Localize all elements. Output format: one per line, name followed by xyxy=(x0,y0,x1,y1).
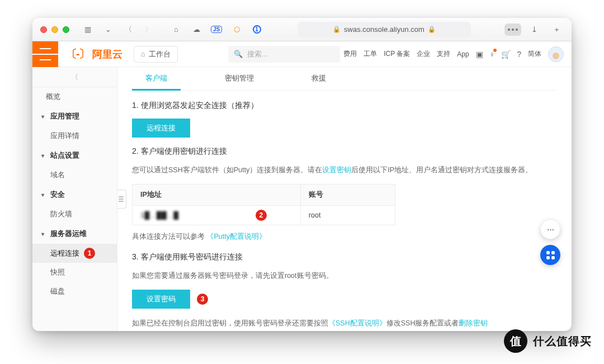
ip-masked-value: 1█ . ██ . █ xyxy=(140,211,179,219)
chevron-down-icon[interactable]: ⌄ xyxy=(101,22,115,37)
new-tab-icon[interactable]: ＋ xyxy=(549,22,564,37)
section-2-title: 2. 客户端使用密钥进行连接 xyxy=(132,146,557,157)
nav-back-icon[interactable]: 〈 xyxy=(121,22,135,37)
window-close-button[interactable] xyxy=(40,26,47,33)
connection-info-table: IP地址 账号 1█ . ██ . █ 2 root xyxy=(132,184,395,225)
caret-down-icon: ▾ xyxy=(41,231,47,237)
address-bar-url: swas.console.aliyun.com xyxy=(344,25,424,34)
monitor-icon[interactable]: ▣ xyxy=(476,50,483,59)
address-bar[interactable]: 🔒 swas.console.aliyun.com 🔒 xyxy=(298,22,471,37)
section-2-footnote: 具体连接方法可以参考 《Putty配置说明》 xyxy=(132,231,557,243)
caret-down-icon: ▾ xyxy=(41,153,47,159)
brand-watermark: 值 什么值得买 xyxy=(504,329,592,353)
sidebar-item-label: 防火墙 xyxy=(50,209,72,219)
sidebar-item-label: 概览 xyxy=(46,92,60,102)
lock-icon-2: 🔒 xyxy=(428,26,436,33)
search-placeholder: 搜索... xyxy=(247,49,268,59)
sidebar-item-disk[interactable]: 磁盘 xyxy=(32,282,117,301)
brand-circle-icon: 值 xyxy=(504,329,527,353)
help-icon[interactable]: ? xyxy=(517,50,521,59)
content-wrap: 客户端 密钥管理 救援 1. 使用浏览器发起安全连接（推荐） 远程连接 2. 客… xyxy=(117,67,572,331)
window-traffic-lights xyxy=(40,26,69,33)
logo-glyph-icon: 〔-〕 xyxy=(66,46,89,62)
sidebar-group-site[interactable]: ▾ 站点设置 xyxy=(32,145,117,166)
callout-badge-1: 1 xyxy=(84,248,95,259)
nav-forward-icon[interactable]: 〉 xyxy=(141,22,155,37)
avatar[interactable] xyxy=(548,46,564,62)
app-header: 〔-〕 阿里云 ⌂ 工作台 🔍 搜索... 费用 工单 ICP 备案 企业 支持… xyxy=(32,41,572,67)
sidebar-item-label: 快照 xyxy=(50,267,65,277)
sidebar-group-ops[interactable]: ▾ 服务器运维 xyxy=(32,224,117,244)
lock-icon: 🔒 xyxy=(333,26,341,33)
chat-icon: ⋯ xyxy=(547,225,554,234)
ssh-doc-link[interactable]: 《SSH配置说明》 xyxy=(328,319,386,327)
home-icon[interactable]: ⌂ xyxy=(169,22,183,37)
search-icon: 🔍 xyxy=(234,50,243,58)
th-ip: IP地址 xyxy=(133,185,301,206)
workspace-button[interactable]: ⌂ 工作台 xyxy=(134,46,178,63)
language-switch[interactable]: 简体 xyxy=(528,49,541,59)
remote-connect-button[interactable]: 远程连接 xyxy=(132,119,190,138)
sidebar-group-security[interactable]: ▾ 安全 xyxy=(32,185,117,205)
section-3-footnote: 如果已经在控制台启用过密钥，使用账号密码登录还需要按照《SSH配置说明》修改SS… xyxy=(132,318,557,329)
sidebar-item-remote[interactable]: 远程连接 1 xyxy=(32,244,117,263)
sidebar-item-domain[interactable]: 域名 xyxy=(32,166,117,185)
home-icon: ⌂ xyxy=(141,50,145,58)
window-maximize-button[interactable] xyxy=(63,26,69,33)
sidebar-item-label: 磁盘 xyxy=(50,286,65,296)
set-password-button[interactable]: 设置密码 xyxy=(132,290,190,309)
sidebar-toggle-icon[interactable]: ▥ xyxy=(81,22,95,37)
float-chat-button[interactable]: ⋯ xyxy=(540,219,560,239)
sidebar-item-overview[interactable]: 概览 xyxy=(32,87,117,106)
section-3-desc: 如果您需要通过服务器账号密码登录，请先设置root账号密码。 xyxy=(132,270,557,282)
onepassword-extension-icon[interactable]: 1 xyxy=(249,22,264,37)
sidebar-item-label: 远程连接 xyxy=(50,248,79,258)
section-2-desc: 您可以通过SSH客户端软件（如Putty）连接到服务器。请在设置密钥后使用以下I… xyxy=(132,164,557,176)
delete-key-link[interactable]: 删除密钥 xyxy=(459,319,488,327)
th-account: 账号 xyxy=(300,185,395,206)
sidebar-item-app-detail[interactable]: 应用详情 xyxy=(32,126,117,145)
download-icon[interactable]: ⤓ xyxy=(527,22,541,37)
caret-down-icon: ▾ xyxy=(41,192,47,198)
sidebar-item-label: 域名 xyxy=(50,170,65,180)
sidebar-group-label: 站点设置 xyxy=(50,150,79,160)
page-actions-icon[interactable] xyxy=(504,23,521,36)
sidebar-item-firewall[interactable]: 防火墙 xyxy=(32,205,117,224)
top-link[interactable]: 工单 xyxy=(364,49,377,59)
tab-keys[interactable]: 密钥管理 xyxy=(211,68,267,91)
top-link[interactable]: ICP 备案 xyxy=(384,49,410,59)
cart-icon[interactable]: 🛒 xyxy=(501,50,511,59)
apps-grid-icon xyxy=(546,251,555,259)
sidebar-group-label: 应用管理 xyxy=(50,111,79,121)
sidebar-collapse-handle[interactable] xyxy=(117,190,126,209)
logo[interactable]: 〔-〕 阿里云 xyxy=(58,46,130,62)
top-link[interactable]: 费用 xyxy=(343,49,357,59)
top-link[interactable]: 企业 xyxy=(417,49,430,59)
tab-rescue[interactable]: 救援 xyxy=(298,68,339,91)
tab-client[interactable]: 客户端 xyxy=(132,68,181,91)
cube-extension-icon[interactable]: ⬡ xyxy=(229,22,244,37)
top-link[interactable]: App xyxy=(457,50,469,58)
notifications-icon[interactable]: ♀ xyxy=(489,50,496,59)
sidebar: 〈 概览 ▾ 应用管理 应用详情 ▾ 站点设置 域名 ▾ 安全 xyxy=(32,67,117,331)
top-link[interactable]: 支持 xyxy=(437,49,450,59)
logo-text: 阿里云 xyxy=(92,48,122,61)
putty-doc-link[interactable]: 《Putty配置说明》 xyxy=(206,233,266,240)
inner-tabs: 客户端 密钥管理 救援 xyxy=(132,67,557,91)
sidebar-group-app[interactable]: ▾ 应用管理 xyxy=(32,106,117,126)
sidebar-item-snapshot[interactable]: 快照 xyxy=(32,263,117,282)
menu-toggle-button[interactable] xyxy=(32,41,58,67)
sidebar-group-label: 服务器运维 xyxy=(50,229,87,239)
window-minimize-button[interactable] xyxy=(51,26,58,33)
js-extension-icon[interactable]: JS xyxy=(209,22,224,37)
browser-window: ▥ ⌄ 〈 〉 ⌂ ☁ JS ⬡ 1 🔒 swas.console.aliyun… xyxy=(32,18,572,331)
global-search-input[interactable]: 🔍 搜索... xyxy=(228,46,340,63)
sidebar-back-button[interactable]: 〈 xyxy=(32,67,117,87)
sidebar-group-label: 安全 xyxy=(50,190,65,200)
brand-text: 什么值得买 xyxy=(533,334,592,349)
cloud-icon[interactable]: ☁ xyxy=(189,22,204,37)
float-apps-button[interactable] xyxy=(540,245,560,265)
set-key-link[interactable]: 设置密钥 xyxy=(322,166,351,174)
content: 客户端 密钥管理 救援 1. 使用浏览器发起安全连接（推荐） 远程连接 2. 客… xyxy=(117,67,572,331)
workspace-label: 工作台 xyxy=(149,49,171,59)
